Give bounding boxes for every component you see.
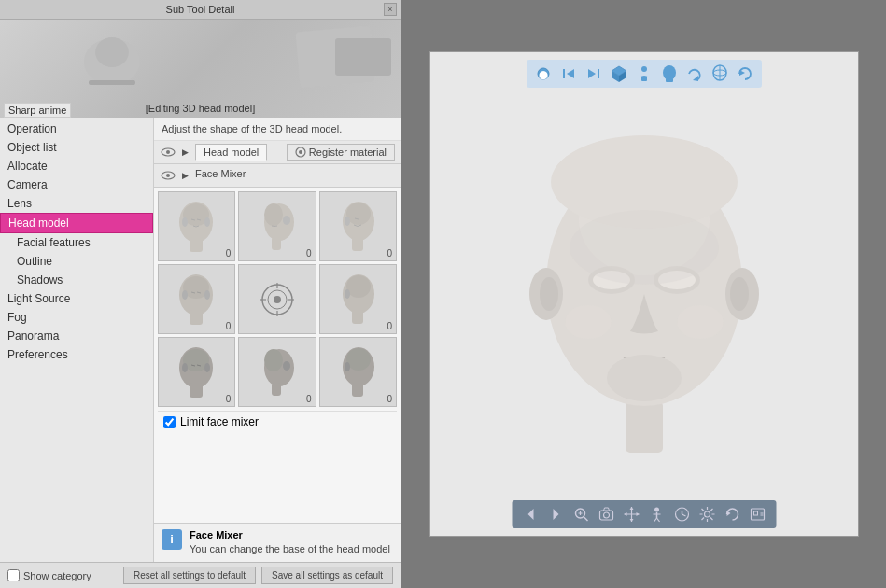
svg-marker-92 bbox=[527, 509, 533, 520]
sidebar-item-camera[interactable]: Camera bbox=[0, 175, 153, 194]
sidebar-item-fog[interactable]: Fog bbox=[0, 308, 153, 327]
face-mixer-toolbar-row: ▶ Face Mixer bbox=[154, 164, 401, 188]
panel-title-bar: Sub Tool Detail × bbox=[0, 0, 401, 20]
face-cell-2-2[interactable]: 0 bbox=[319, 337, 397, 407]
sidebar-item-allocate[interactable]: Allocate bbox=[0, 157, 153, 175]
move-icon[interactable] bbox=[620, 503, 642, 525]
sidebar-item-lens[interactable]: Lens bbox=[0, 194, 153, 213]
svg-marker-115 bbox=[726, 511, 730, 516]
svg-point-17 bbox=[264, 203, 283, 226]
face-mixer-eye-btn[interactable] bbox=[160, 167, 176, 184]
save-all-btn[interactable]: Save all settings as default bbox=[261, 567, 393, 584]
bottom-buttons: Reset all settings to default Save all s… bbox=[123, 567, 393, 584]
svg-point-41 bbox=[345, 289, 350, 299]
sidebar-item-shadows[interactable]: Shadows bbox=[0, 271, 153, 289]
face-thumb-2-2 bbox=[332, 342, 384, 402]
limit-face-mixer-label[interactable]: Limit face mixer bbox=[180, 415, 259, 428]
svg-line-95 bbox=[584, 517, 587, 521]
sidebar-item-facial-feat[interactable]: Facial features bbox=[0, 233, 153, 252]
face-num-0-2: 0 bbox=[387, 248, 392, 259]
sidebar-item-outline[interactable]: Outline bbox=[0, 252, 153, 271]
show-category-label[interactable]: Show category bbox=[23, 570, 91, 581]
settings-icon[interactable] bbox=[696, 503, 718, 525]
face-thumb-2-0 bbox=[171, 342, 222, 402]
reset-all-btn[interactable]: Reset all settings to default bbox=[123, 567, 256, 584]
eye-icon-btn[interactable] bbox=[160, 144, 176, 161]
face-num-2-0: 0 bbox=[226, 394, 232, 404]
cube-icon[interactable] bbox=[608, 63, 630, 85]
face-cell-1-2[interactable]: 0 bbox=[319, 264, 397, 334]
svg-point-56 bbox=[345, 362, 350, 371]
info-section: i Face Mixer You can change the base of … bbox=[154, 523, 401, 562]
prev-icon[interactable] bbox=[519, 503, 541, 525]
svg-rect-2 bbox=[89, 80, 135, 85]
svg-point-114 bbox=[704, 511, 710, 517]
loop-icon[interactable] bbox=[721, 503, 743, 525]
svg-marker-61 bbox=[567, 69, 574, 78]
face-cell-2-1[interactable]: 0 bbox=[238, 337, 316, 407]
face-num-2-1: 0 bbox=[306, 394, 312, 404]
face-thumb-0-1 bbox=[251, 196, 302, 257]
face-num-0-0: 0 bbox=[226, 248, 232, 259]
close-button[interactable]: × bbox=[384, 3, 397, 16]
record-icon[interactable]: ⬤ bbox=[532, 63, 555, 85]
camera-icon[interactable] bbox=[595, 503, 617, 525]
svg-point-48 bbox=[204, 363, 210, 372]
svg-point-89 bbox=[570, 210, 719, 285]
next-icon[interactable] bbox=[544, 503, 567, 525]
info-text-block: Face Mixer You can change the base of th… bbox=[190, 529, 390, 556]
face-cell-0-2[interactable]: 0 bbox=[319, 191, 397, 261]
info-title: Face Mixer bbox=[190, 529, 390, 540]
face-mixer-arrow-btn[interactable]: ▶ bbox=[178, 169, 191, 182]
head-model-tab[interactable]: Head model bbox=[195, 144, 267, 161]
clock-icon[interactable] bbox=[670, 503, 693, 525]
svg-rect-15 bbox=[190, 237, 203, 252]
face-cell-0-0[interactable]: 0 bbox=[158, 191, 235, 261]
face-cell-1-1[interactable] bbox=[238, 264, 316, 334]
step-back-icon[interactable] bbox=[557, 63, 580, 85]
head-icon[interactable] bbox=[658, 63, 681, 85]
step-forward-icon[interactable] bbox=[583, 63, 605, 85]
sidebar-item-preferences[interactable]: Preferences bbox=[0, 345, 153, 364]
bottom-toolbar bbox=[512, 500, 776, 528]
preview-editing-label: [Editing 3D head model] bbox=[146, 103, 255, 114]
figure-icon[interactable] bbox=[645, 503, 668, 525]
face-cell-1-0[interactable]: 0 bbox=[158, 264, 235, 334]
rotate-icon[interactable] bbox=[683, 63, 706, 85]
svg-marker-103 bbox=[629, 519, 633, 522]
sidebar-item-head-model[interactable]: Head model bbox=[0, 213, 153, 233]
person-icon[interactable] bbox=[633, 63, 655, 85]
face-thumb-1-2 bbox=[332, 269, 384, 329]
face-num-2-2: 0 bbox=[387, 394, 392, 404]
bottom-bar: Show category Reset all settings to defa… bbox=[0, 562, 401, 588]
sidebar-item-operation[interactable]: Operation bbox=[0, 119, 153, 138]
sidebar-item-light-source[interactable]: Light Source bbox=[0, 289, 153, 308]
svg-rect-68 bbox=[641, 77, 647, 81]
zoom-icon[interactable] bbox=[570, 503, 592, 525]
sidebar-item-object-list[interactable]: Object list bbox=[0, 138, 153, 157]
register-material-btn[interactable]: Register material bbox=[287, 144, 395, 161]
svg-point-22 bbox=[345, 217, 350, 226]
svg-marker-105 bbox=[636, 512, 639, 516]
right-panel: ⬤ bbox=[401, 0, 886, 588]
show-category: Show category bbox=[7, 569, 91, 581]
refresh-icon[interactable] bbox=[734, 63, 756, 85]
face-cell-0-1[interactable]: 0 bbox=[238, 191, 316, 261]
svg-rect-24 bbox=[352, 237, 363, 251]
arrow-right-btn[interactable]: ▶ bbox=[178, 146, 191, 159]
sidebar-item-panorama[interactable]: Panorama bbox=[0, 327, 153, 345]
face-cell-2-0[interactable]: 0 bbox=[158, 337, 235, 407]
target-icon bbox=[259, 281, 296, 318]
svg-point-29 bbox=[182, 290, 188, 300]
svg-point-18 bbox=[283, 216, 290, 225]
svg-text:⬤: ⬤ bbox=[539, 70, 548, 80]
show-category-checkbox[interactable] bbox=[7, 569, 20, 581]
limit-face-mixer-checkbox[interactable] bbox=[163, 416, 176, 428]
svg-rect-60 bbox=[563, 69, 565, 78]
face-mixer-grid: 0 0 bbox=[158, 191, 397, 407]
panel-title: Sub Tool Detail bbox=[166, 4, 235, 15]
svg-line-109 bbox=[654, 518, 656, 522]
capture-icon[interactable] bbox=[746, 503, 768, 525]
head2-icon[interactable] bbox=[709, 63, 731, 85]
svg-marker-75 bbox=[739, 70, 745, 76]
